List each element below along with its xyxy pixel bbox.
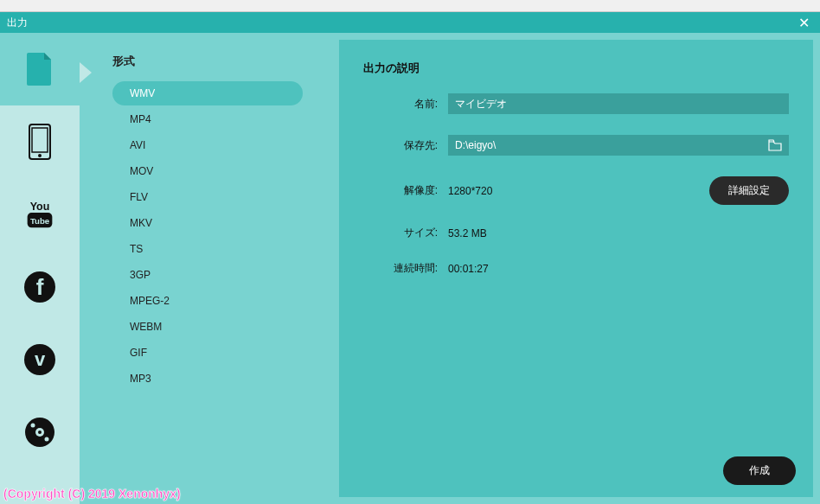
- category-sidebar: YouTube f v: [0, 33, 80, 504]
- resolution-value: 1280*720: [448, 185, 709, 197]
- details-title: 出力の説明: [363, 61, 789, 76]
- watermark-text: (Copyright (C) 2019 Xenonhyx): [3, 487, 181, 501]
- format-item-gif[interactable]: GIF: [112, 341, 303, 365]
- category-facebook[interactable]: f: [0, 251, 80, 323]
- dialog-header: 出力 ✕: [0, 12, 820, 33]
- svg-text:Tube: Tube: [30, 216, 49, 226]
- format-panel: 形式 WMVMP4AVIMOVFLVMKVTS3GPMPEG-2WEBMGIFM…: [80, 33, 339, 504]
- svg-text:You: You: [30, 201, 50, 213]
- folder-icon[interactable]: [768, 139, 782, 151]
- svg-rect-1: [32, 128, 48, 152]
- details-panel: 出力の説明 名前: 保存先: D:\eigyo\ 解像度: 1280*720 詳…: [339, 40, 813, 497]
- category-vimeo[interactable]: v: [0, 323, 80, 396]
- main-area: YouTube f v 形式 WMVMP4AVIMOVFLVMKVTS3GPMP…: [0, 33, 820, 504]
- file-icon: [21, 50, 59, 88]
- category-dvd[interactable]: [0, 396, 80, 469]
- save-path-text: D:\eigyo\: [455, 139, 768, 151]
- resolution-label: 解像度:: [363, 183, 438, 198]
- vimeo-icon: v: [21, 341, 59, 379]
- format-item-flv[interactable]: FLV: [112, 185, 303, 209]
- row-size: サイズ: 53.2 MB: [363, 226, 789, 240]
- format-item-avi[interactable]: AVI: [112, 133, 303, 157]
- size-value: 53.2 MB: [448, 227, 487, 239]
- category-youtube[interactable]: YouTube: [0, 178, 80, 251]
- duration-value: 00:01:27: [448, 263, 489, 275]
- format-list: WMVMP4AVIMOVFLVMKVTS3GPMPEG-2WEBMGIFMP3: [112, 81, 324, 392]
- name-label: 名前:: [363, 97, 438, 112]
- svg-text:v: v: [35, 348, 46, 370]
- svg-point-13: [31, 424, 35, 428]
- format-item-3gp[interactable]: 3GP: [112, 263, 303, 287]
- format-item-wmv[interactable]: WMV: [112, 81, 303, 105]
- youtube-icon: YouTube: [21, 195, 59, 233]
- format-item-mp4[interactable]: MP4: [112, 107, 303, 131]
- active-category-arrow: [80, 62, 92, 83]
- svg-text:f: f: [36, 274, 44, 300]
- format-title: 形式: [112, 54, 324, 69]
- svg-point-2: [38, 154, 42, 157]
- format-item-mov[interactable]: MOV: [112, 159, 303, 183]
- mobile-icon: [21, 123, 59, 161]
- format-item-webm[interactable]: WEBM: [112, 315, 303, 339]
- dialog-title: 出力: [7, 16, 795, 30]
- facebook-icon: f: [21, 268, 59, 306]
- size-label: サイズ:: [363, 226, 438, 240]
- row-duration: 連続時間: 00:01:27: [363, 261, 789, 276]
- dvd-icon: [21, 413, 59, 451]
- svg-point-12: [38, 431, 42, 434]
- row-name: 名前:: [363, 93, 789, 114]
- create-button[interactable]: 作成: [723, 456, 796, 485]
- save-label: 保存先:: [363, 138, 438, 153]
- svg-point-14: [45, 437, 49, 442]
- name-input[interactable]: [448, 93, 789, 114]
- format-item-mkv[interactable]: MKV: [112, 211, 303, 235]
- category-file[interactable]: [0, 33, 80, 105]
- format-item-mp3[interactable]: MP3: [112, 367, 303, 391]
- save-path-input[interactable]: D:\eigyo\: [448, 135, 789, 156]
- format-item-ts[interactable]: TS: [112, 237, 303, 261]
- close-icon[interactable]: ✕: [795, 15, 813, 31]
- duration-label: 連続時間:: [363, 261, 438, 276]
- category-mobile[interactable]: [0, 105, 80, 178]
- row-save: 保存先: D:\eigyo\: [363, 135, 789, 156]
- window-titlebar: [0, 0, 820, 12]
- detail-settings-button[interactable]: 詳細設定: [709, 176, 789, 205]
- row-resolution: 解像度: 1280*720 詳細設定: [363, 176, 789, 205]
- format-item-mpeg-2[interactable]: MPEG-2: [112, 289, 303, 313]
